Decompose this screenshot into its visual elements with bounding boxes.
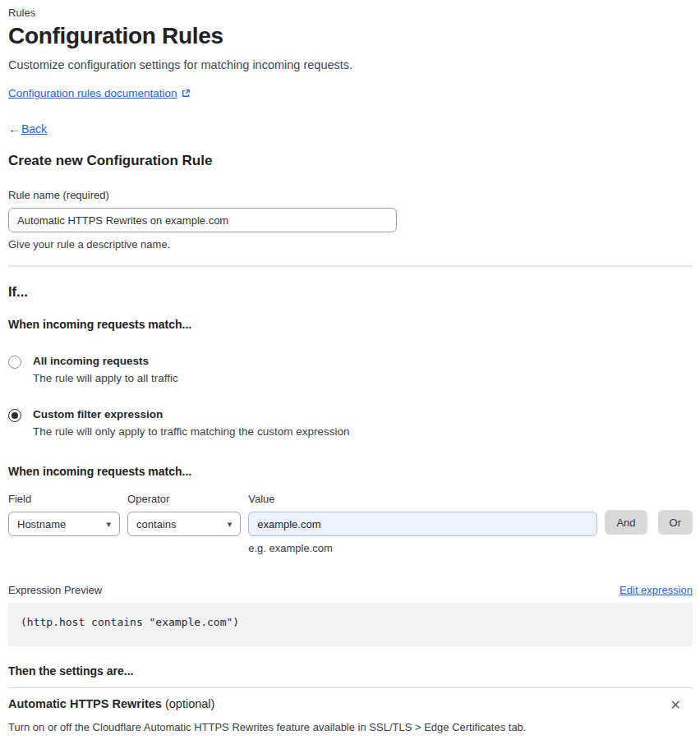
close-icon[interactable]: ✕	[667, 697, 684, 714]
expression-builder-heading: When incoming requests match...	[8, 465, 693, 478]
back-link[interactable]: Back	[21, 122, 47, 135]
operator-column: Operator contains ▾	[127, 493, 241, 536]
create-rule-heading: Create new Configuration Rule	[8, 153, 693, 169]
back-arrow-icon: ←	[8, 122, 21, 135]
radio-option-description: The rule will only apply to traffic matc…	[33, 425, 349, 438]
radio-selected-icon[interactable]	[8, 409, 21, 422]
radio-option-description: The rule will apply to all traffic	[33, 372, 178, 384]
field-select-value: Hostname	[17, 518, 66, 530]
value-hint: e.g. example.com	[248, 542, 597, 554]
page-title: Configuration Rules	[8, 23, 693, 49]
radio-option-label: All incoming requests	[33, 355, 178, 367]
expression-builder-row: Field Hostname ▾ Operator contains ▾ Val…	[8, 493, 693, 554]
or-button[interactable]: Or	[658, 510, 693, 535]
documentation-link-row: Configuration rules documentation	[8, 87, 693, 99]
radio-unselected-icon[interactable]	[8, 356, 21, 369]
chevron-down-icon: ▾	[228, 519, 233, 530]
value-label: Value	[248, 493, 597, 505]
setting-header: Automatic HTTPS Rewrites (optional) ✕	[8, 697, 693, 714]
section-divider	[8, 265, 693, 267]
if-heading: If...	[8, 284, 693, 300]
match-heading: When incoming requests match...	[8, 318, 693, 331]
breadcrumb: Rules	[8, 7, 693, 19]
chevron-down-icon: ▾	[107, 519, 112, 530]
setting-name: Automatic HTTPS Rewrites	[8, 697, 162, 710]
and-button[interactable]: And	[605, 510, 647, 535]
operator-label: Operator	[127, 493, 241, 505]
operator-select-value: contains	[136, 518, 176, 530]
radio-option-custom-filter[interactable]: Custom filter expression The rule will o…	[8, 408, 693, 438]
field-label: Field	[8, 493, 120, 505]
back-link-row: ← Back	[8, 122, 693, 135]
expression-preview-label: Expression Preview	[8, 584, 102, 596]
rule-name-label: Rule name (required)	[8, 189, 693, 201]
documentation-link[interactable]: Configuration rules documentation	[8, 87, 177, 99]
external-link-icon	[182, 89, 191, 98]
field-select[interactable]: Hostname ▾	[8, 512, 120, 536]
field-column: Field Hostname ▾	[8, 493, 120, 536]
page-subtitle: Customize configuration settings for mat…	[8, 58, 693, 71]
setting-description: Turn on or off the Cloudflare Automatic …	[8, 721, 693, 733]
edit-expression-link[interactable]: Edit expression	[619, 584, 693, 596]
setting-card-automatic-https-rewrites: Automatic HTTPS Rewrites (optional) ✕ Tu…	[8, 687, 693, 744]
expression-preview-header: Expression Preview Edit expression	[8, 584, 693, 596]
value-column: Value e.g. example.com	[248, 493, 597, 554]
operator-select[interactable]: contains ▾	[127, 512, 241, 536]
rule-name-input[interactable]	[8, 208, 397, 232]
radio-option-label: Custom filter expression	[33, 408, 349, 420]
rule-name-help: Give your rule a descriptive name.	[8, 238, 693, 250]
setting-title: Automatic HTTPS Rewrites (optional)	[8, 697, 214, 710]
expression-preview-code: (http.host contains "example.com")	[8, 603, 693, 646]
then-settings-heading: Then the settings are...	[8, 664, 693, 677]
radio-option-all-incoming[interactable]: All incoming requests The rule will appl…	[8, 355, 693, 384]
value-input[interactable]	[248, 512, 597, 536]
setting-optional-label: (optional)	[162, 697, 214, 710]
page-root: Rules Configuration Rules Customize conf…	[8, 7, 693, 744]
